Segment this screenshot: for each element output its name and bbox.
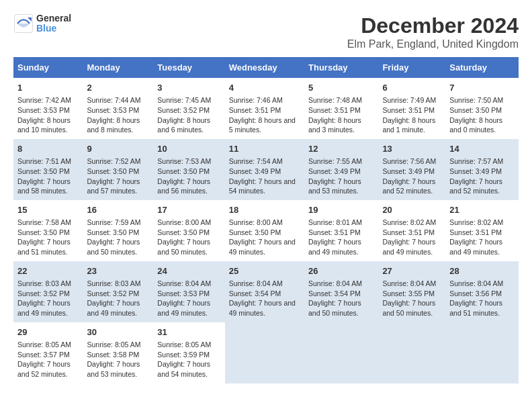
day-info: Sunrise: 8:00 AM Sunset: 3:50 PM Dayligh… bbox=[229, 218, 300, 257]
calendar-table: Sunday Monday Tuesday Wednesday Thursday… bbox=[13, 57, 519, 383]
day-number: 23 bbox=[87, 265, 150, 277]
day-number: 22 bbox=[17, 265, 79, 277]
day-info: Sunrise: 7:42 AM Sunset: 3:53 PM Dayligh… bbox=[17, 95, 79, 135]
table-cell: 30Sunrise: 8:05 AM Sunset: 3:58 PM Dayli… bbox=[83, 322, 154, 383]
table-row: 1Sunrise: 7:42 AM Sunset: 3:53 PM Daylig… bbox=[13, 78, 519, 139]
table-cell: 23Sunrise: 8:03 AM Sunset: 3:52 PM Dayli… bbox=[83, 261, 154, 322]
table-cell: 10Sunrise: 7:53 AM Sunset: 3:50 PM Dayli… bbox=[153, 139, 224, 200]
day-number: 6 bbox=[382, 82, 441, 94]
day-number: 26 bbox=[308, 265, 374, 277]
table-cell: 24Sunrise: 8:04 AM Sunset: 3:53 PM Dayli… bbox=[153, 261, 224, 322]
day-number: 7 bbox=[449, 82, 515, 94]
col-thursday: Thursday bbox=[304, 57, 378, 78]
day-number: 20 bbox=[382, 204, 441, 216]
day-info: Sunrise: 7:50 AM Sunset: 3:50 PM Dayligh… bbox=[449, 95, 515, 135]
table-cell: 28Sunrise: 8:04 AM Sunset: 3:56 PM Dayli… bbox=[445, 261, 519, 322]
table-cell: 12Sunrise: 7:55 AM Sunset: 3:49 PM Dayli… bbox=[304, 139, 378, 200]
table-row: 15Sunrise: 7:58 AM Sunset: 3:50 PM Dayli… bbox=[13, 200, 519, 261]
table-cell: 1Sunrise: 7:42 AM Sunset: 3:53 PM Daylig… bbox=[13, 78, 83, 139]
col-wednesday: Wednesday bbox=[225, 57, 304, 78]
day-info: Sunrise: 7:48 AM Sunset: 3:51 PM Dayligh… bbox=[308, 95, 374, 135]
header: General Blue December 2024 Elm Park, Eng… bbox=[13, 13, 519, 50]
col-saturday: Saturday bbox=[445, 57, 519, 78]
day-number: 12 bbox=[308, 143, 374, 155]
day-number: 4 bbox=[229, 82, 300, 94]
day-number: 30 bbox=[87, 326, 150, 338]
col-sunday: Sunday bbox=[13, 57, 83, 78]
day-info: Sunrise: 8:01 AM Sunset: 3:51 PM Dayligh… bbox=[308, 218, 374, 257]
table-cell: 3Sunrise: 7:45 AM Sunset: 3:52 PM Daylig… bbox=[153, 78, 224, 139]
day-info: Sunrise: 8:03 AM Sunset: 3:52 PM Dayligh… bbox=[17, 279, 79, 318]
header-row: Sunday Monday Tuesday Wednesday Thursday… bbox=[13, 57, 519, 78]
logo-text: General Blue bbox=[36, 13, 71, 34]
day-info: Sunrise: 7:58 AM Sunset: 3:50 PM Dayligh… bbox=[17, 218, 79, 257]
day-number: 28 bbox=[449, 265, 515, 277]
day-info: Sunrise: 7:55 AM Sunset: 3:49 PM Dayligh… bbox=[308, 156, 374, 196]
table-cell: 17Sunrise: 8:00 AM Sunset: 3:50 PM Dayli… bbox=[153, 200, 224, 261]
logo-line2: Blue bbox=[36, 24, 71, 34]
day-number: 10 bbox=[157, 143, 220, 155]
table-cell: 15Sunrise: 7:58 AM Sunset: 3:50 PM Dayli… bbox=[13, 200, 83, 261]
day-number: 17 bbox=[157, 204, 220, 216]
day-number: 19 bbox=[308, 204, 374, 216]
day-info: Sunrise: 8:05 AM Sunset: 3:57 PM Dayligh… bbox=[17, 340, 79, 379]
table-cell bbox=[225, 322, 304, 383]
table-cell: 2Sunrise: 7:44 AM Sunset: 3:53 PM Daylig… bbox=[83, 78, 154, 139]
day-info: Sunrise: 7:46 AM Sunset: 3:51 PM Dayligh… bbox=[229, 95, 300, 135]
day-info: Sunrise: 7:44 AM Sunset: 3:53 PM Dayligh… bbox=[87, 95, 150, 135]
day-number: 11 bbox=[229, 143, 300, 155]
table-cell: 8Sunrise: 7:51 AM Sunset: 3:50 PM Daylig… bbox=[13, 139, 83, 200]
day-number: 29 bbox=[17, 326, 79, 338]
day-number: 27 bbox=[382, 265, 441, 277]
day-info: Sunrise: 8:04 AM Sunset: 3:55 PM Dayligh… bbox=[382, 279, 441, 318]
table-cell: 6Sunrise: 7:49 AM Sunset: 3:51 PM Daylig… bbox=[378, 78, 445, 139]
col-monday: Monday bbox=[83, 57, 154, 78]
day-info: Sunrise: 7:54 AM Sunset: 3:49 PM Dayligh… bbox=[229, 156, 300, 196]
day-info: Sunrise: 8:04 AM Sunset: 3:53 PM Dayligh… bbox=[157, 279, 220, 318]
day-number: 25 bbox=[229, 265, 300, 277]
day-number: 2 bbox=[87, 82, 150, 94]
table-row: 22Sunrise: 8:03 AM Sunset: 3:52 PM Dayli… bbox=[13, 261, 519, 322]
table-row: 8Sunrise: 7:51 AM Sunset: 3:50 PM Daylig… bbox=[13, 139, 519, 200]
table-cell: 16Sunrise: 7:59 AM Sunset: 3:50 PM Dayli… bbox=[83, 200, 154, 261]
day-info: Sunrise: 8:03 AM Sunset: 3:52 PM Dayligh… bbox=[87, 279, 150, 318]
day-number: 1 bbox=[17, 82, 79, 94]
table-cell: 26Sunrise: 8:04 AM Sunset: 3:54 PM Dayli… bbox=[304, 261, 378, 322]
table-cell: 14Sunrise: 7:57 AM Sunset: 3:49 PM Dayli… bbox=[445, 139, 519, 200]
day-number: 5 bbox=[308, 82, 374, 94]
table-cell: 21Sunrise: 8:02 AM Sunset: 3:51 PM Dayli… bbox=[445, 200, 519, 261]
day-number: 18 bbox=[229, 204, 300, 216]
table-cell: 31Sunrise: 8:05 AM Sunset: 3:59 PM Dayli… bbox=[153, 322, 224, 383]
logo-icon bbox=[13, 13, 34, 34]
logo: General Blue bbox=[13, 13, 71, 34]
table-cell: 20Sunrise: 8:02 AM Sunset: 3:51 PM Dayli… bbox=[378, 200, 445, 261]
main-title: December 2024 bbox=[347, 13, 519, 38]
day-number: 21 bbox=[449, 204, 515, 216]
day-info: Sunrise: 7:51 AM Sunset: 3:50 PM Dayligh… bbox=[17, 156, 79, 196]
table-cell: 7Sunrise: 7:50 AM Sunset: 3:50 PM Daylig… bbox=[445, 78, 519, 139]
table-cell: 13Sunrise: 7:56 AM Sunset: 3:49 PM Dayli… bbox=[378, 139, 445, 200]
table-cell bbox=[378, 322, 445, 383]
title-area: December 2024 Elm Park, England, United … bbox=[347, 13, 519, 50]
table-cell: 9Sunrise: 7:52 AM Sunset: 3:50 PM Daylig… bbox=[83, 139, 154, 200]
day-number: 16 bbox=[87, 204, 150, 216]
table-row: 29Sunrise: 8:05 AM Sunset: 3:57 PM Dayli… bbox=[13, 322, 519, 383]
day-info: Sunrise: 8:04 AM Sunset: 3:54 PM Dayligh… bbox=[308, 279, 374, 318]
day-info: Sunrise: 7:49 AM Sunset: 3:51 PM Dayligh… bbox=[382, 95, 441, 135]
table-cell: 25Sunrise: 8:04 AM Sunset: 3:54 PM Dayli… bbox=[225, 261, 304, 322]
table-cell: 19Sunrise: 8:01 AM Sunset: 3:51 PM Dayli… bbox=[304, 200, 378, 261]
day-info: Sunrise: 7:52 AM Sunset: 3:50 PM Dayligh… bbox=[87, 156, 150, 196]
day-info: Sunrise: 7:57 AM Sunset: 3:49 PM Dayligh… bbox=[449, 156, 515, 196]
day-info: Sunrise: 8:02 AM Sunset: 3:51 PM Dayligh… bbox=[449, 218, 515, 257]
day-info: Sunrise: 7:59 AM Sunset: 3:50 PM Dayligh… bbox=[87, 218, 150, 257]
table-cell: 22Sunrise: 8:03 AM Sunset: 3:52 PM Dayli… bbox=[13, 261, 83, 322]
table-cell: 5Sunrise: 7:48 AM Sunset: 3:51 PM Daylig… bbox=[304, 78, 378, 139]
table-cell: 29Sunrise: 8:05 AM Sunset: 3:57 PM Dayli… bbox=[13, 322, 83, 383]
day-number: 8 bbox=[17, 143, 79, 155]
col-friday: Friday bbox=[378, 57, 445, 78]
day-number: 13 bbox=[382, 143, 441, 155]
day-info: Sunrise: 7:53 AM Sunset: 3:50 PM Dayligh… bbox=[157, 156, 220, 196]
day-info: Sunrise: 8:02 AM Sunset: 3:51 PM Dayligh… bbox=[382, 218, 441, 257]
day-number: 31 bbox=[157, 326, 220, 338]
day-number: 24 bbox=[157, 265, 220, 277]
